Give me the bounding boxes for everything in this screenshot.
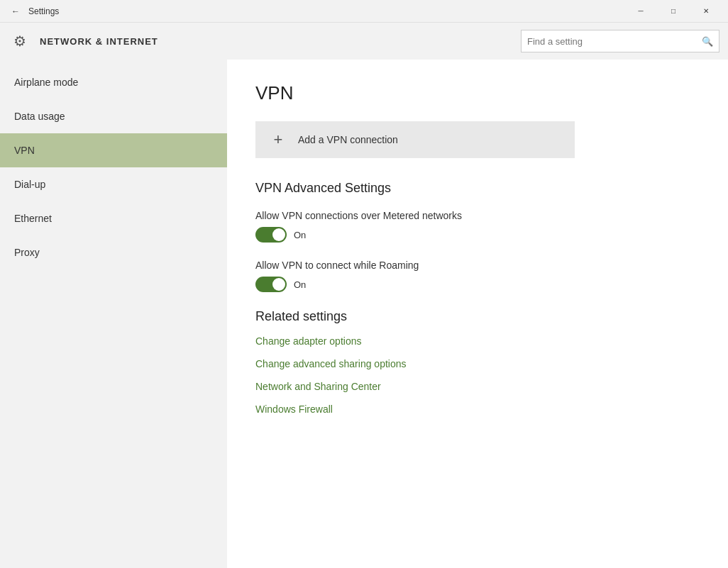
add-vpn-button[interactable]: + Add a VPN connection bbox=[255, 121, 575, 158]
titlebar: ← Settings ─ □ ✕ bbox=[0, 0, 728, 23]
toggle-metered-control: On bbox=[255, 227, 700, 243]
search-box[interactable]: 🔍 bbox=[521, 30, 719, 52]
related-settings-title: Related settings bbox=[255, 309, 700, 324]
settings-icon: ⚙ bbox=[9, 30, 31, 52]
search-icon: 🔍 bbox=[702, 36, 713, 47]
plus-icon: + bbox=[267, 128, 289, 151]
sidebar-item-dial-up[interactable]: Dial-up bbox=[0, 167, 227, 201]
toggle-roaming-control: On bbox=[255, 277, 700, 292]
app-title: NETWORK & INTERNET bbox=[40, 36, 521, 47]
maximize-button[interactable]: □ bbox=[657, 0, 690, 23]
content-panel: VPN + Add a VPN connection VPN Advanced … bbox=[227, 60, 728, 568]
minimize-button[interactable]: ─ bbox=[624, 0, 657, 23]
toggle-roaming-description: Allow VPN to connect while Roaming bbox=[255, 260, 700, 271]
toggle-metered-row: Allow VPN connections over Metered netwo… bbox=[255, 210, 700, 243]
change-advanced-sharing-link[interactable]: Change advanced sharing options bbox=[255, 358, 700, 369]
titlebar-title: Settings bbox=[28, 6, 624, 16]
network-sharing-center-link[interactable]: Network and Sharing Center bbox=[255, 381, 700, 392]
add-vpn-label: Add a VPN connection bbox=[298, 134, 398, 145]
titlebar-back-button[interactable]: ← bbox=[6, 1, 26, 21]
change-adapter-options-link[interactable]: Change adapter options bbox=[255, 335, 700, 347]
sidebar-item-data-usage[interactable]: Data usage bbox=[0, 99, 227, 133]
advanced-settings-title: VPN Advanced Settings bbox=[255, 181, 700, 196]
titlebar-controls: ─ □ ✕ bbox=[624, 0, 722, 23]
sidebar: Airplane mode Data usage VPN Dial-up Eth… bbox=[0, 60, 227, 568]
sidebar-item-airplane-mode[interactable]: Airplane mode bbox=[0, 65, 227, 99]
toggle-metered-label: On bbox=[294, 230, 306, 240]
sidebar-item-ethernet[interactable]: Ethernet bbox=[0, 201, 227, 235]
toggle-metered[interactable] bbox=[255, 227, 287, 243]
app-header: ⚙ NETWORK & INTERNET 🔍 bbox=[0, 23, 728, 60]
sidebar-item-proxy[interactable]: Proxy bbox=[0, 235, 227, 269]
toggle-roaming-row: Allow VPN to connect while Roaming On bbox=[255, 260, 700, 292]
windows-firewall-link[interactable]: Windows Firewall bbox=[255, 403, 700, 415]
toggle-metered-description: Allow VPN connections over Metered netwo… bbox=[255, 210, 700, 221]
sidebar-item-vpn[interactable]: VPN bbox=[0, 133, 227, 167]
search-input[interactable] bbox=[527, 36, 702, 47]
main-layout: Airplane mode Data usage VPN Dial-up Eth… bbox=[0, 60, 728, 568]
toggle-roaming[interactable] bbox=[255, 277, 287, 292]
toggle-roaming-label: On bbox=[294, 279, 306, 290]
page-title: VPN bbox=[255, 82, 700, 104]
close-button[interactable]: ✕ bbox=[690, 0, 722, 23]
